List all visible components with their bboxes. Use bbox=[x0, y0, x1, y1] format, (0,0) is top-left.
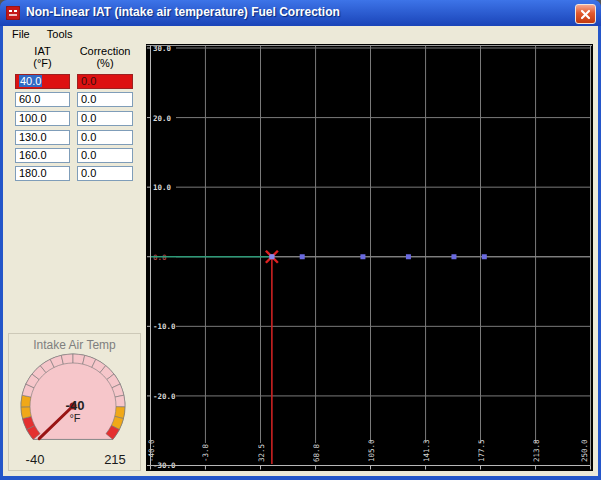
svg-text:32.5: 32.5 bbox=[257, 444, 266, 462]
correction-field-2[interactable]: 0.0 bbox=[77, 111, 133, 126]
app-window: Non-Linear IAT (intake air temperature) … bbox=[0, 0, 601, 480]
correction-field-4[interactable]: 0.0 bbox=[77, 148, 133, 163]
app-icon bbox=[6, 6, 20, 20]
svg-text:105.0: 105.0 bbox=[367, 439, 376, 462]
titlebar[interactable]: Non-Linear IAT (intake air temperature) … bbox=[0, 0, 601, 26]
svg-text:20.0: 20.0 bbox=[153, 114, 172, 123]
table-row: 130.0 0.0 bbox=[15, 130, 135, 145]
correction-field-1[interactable]: 0.0 bbox=[77, 92, 133, 107]
selected-text: 40.0 bbox=[19, 75, 42, 87]
chart-plot-area[interactable]: 30.020.010.00.0-10.0-20.0-30.0-40.0-3.83… bbox=[146, 44, 593, 471]
iat-field-2[interactable]: 100.0 bbox=[15, 111, 70, 126]
gauge-value: -40 bbox=[44, 398, 106, 413]
iat-field-3[interactable]: 130.0 bbox=[15, 130, 70, 145]
table-row: 100.0 0.0 bbox=[15, 111, 135, 126]
iat-field-4[interactable]: 160.0 bbox=[15, 148, 70, 163]
correction-chart[interactable]: 30.020.010.00.0-10.0-20.0-30.0-40.0-3.83… bbox=[146, 44, 593, 471]
intake-air-temp-gauge: Intake Air Temp -40 °F -40 215 bbox=[8, 333, 141, 471]
iat-field-5[interactable]: 180.0 bbox=[15, 166, 70, 181]
menu-tools[interactable]: Tools bbox=[40, 26, 80, 40]
svg-text:177.5: 177.5 bbox=[477, 439, 486, 462]
gauge-scale-max: 215 bbox=[97, 452, 133, 467]
svg-text:-3.8: -3.8 bbox=[201, 443, 210, 462]
table-row: 60.0 0.0 bbox=[15, 92, 135, 107]
menu-bar: File Tools bbox=[3, 26, 598, 44]
iat-field-0[interactable]: 40.0 bbox=[15, 74, 70, 89]
svg-text:250.0: 250.0 bbox=[580, 439, 589, 462]
column-header-correction: Correction (%) bbox=[77, 45, 133, 69]
client-area: File Tools IAT (°F) Correction (%) 40.0 … bbox=[3, 26, 598, 476]
close-icon bbox=[580, 9, 591, 20]
svg-text:10.0: 10.0 bbox=[153, 183, 172, 192]
menu-file[interactable]: File bbox=[5, 26, 37, 40]
svg-text:68.8: 68.8 bbox=[312, 443, 321, 462]
gauge-scale-min: -40 bbox=[17, 452, 53, 467]
window-title: Non-Linear IAT (intake air temperature) … bbox=[26, 5, 340, 19]
table-row: 40.0 0.0 bbox=[15, 74, 135, 89]
gauge-title: Intake Air Temp bbox=[9, 338, 140, 352]
svg-text:141.3: 141.3 bbox=[422, 439, 431, 462]
table-row: 160.0 0.0 bbox=[15, 148, 135, 163]
iat-field-1[interactable]: 60.0 bbox=[15, 92, 70, 107]
table-row: 180.0 0.0 bbox=[15, 166, 135, 181]
svg-text:-10.0: -10.0 bbox=[153, 322, 176, 331]
correction-field-0[interactable]: 0.0 bbox=[77, 74, 133, 89]
gauge-unit: °F bbox=[44, 412, 106, 424]
correction-field-3[interactable]: 0.0 bbox=[77, 130, 133, 145]
close-button[interactable] bbox=[575, 4, 596, 24]
correction-field-5[interactable]: 0.0 bbox=[77, 166, 133, 181]
svg-text:213.8: 213.8 bbox=[532, 439, 541, 462]
column-header-iat: IAT (°F) bbox=[15, 45, 70, 69]
svg-text:-20.0: -20.0 bbox=[153, 392, 176, 401]
